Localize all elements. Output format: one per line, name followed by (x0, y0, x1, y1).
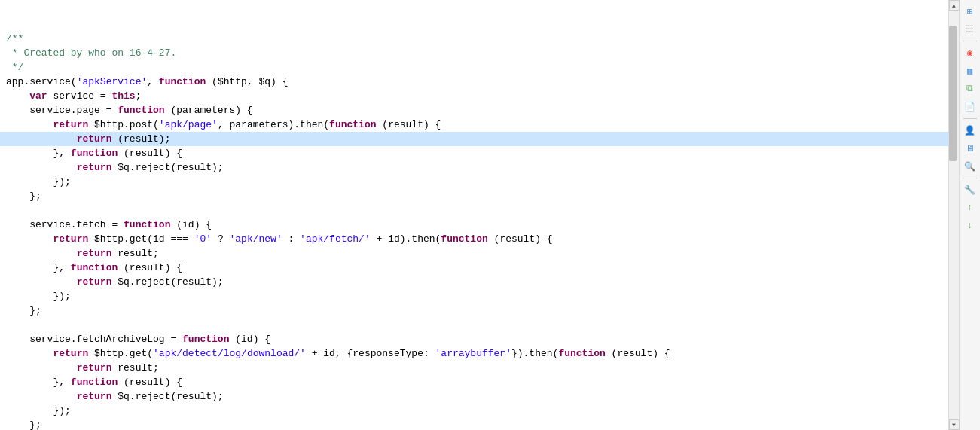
arrow-up-icon[interactable]: ↑ (962, 200, 978, 216)
code-line: * Created by who on 16-4-27. (0, 46, 948, 60)
code-line: return $q.reject(result); (0, 389, 948, 404)
token-plain: }); (6, 176, 71, 188)
token-str: 'apkService' (77, 76, 148, 87)
token-kw: function (71, 377, 118, 388)
token-kw: function (329, 119, 376, 130)
token-str: 'apk/page' (159, 119, 218, 130)
search-icon[interactable]: 🔍 (962, 158, 978, 175)
line-content: service.fetch = function (id) { (6, 218, 942, 232)
code-line: }); (0, 175, 948, 189)
person-icon[interactable]: 👤 (962, 122, 978, 139)
line-content: }, function (result) { (6, 261, 942, 275)
line-content: service.fetchArchiveLog = function (id) … (6, 332, 942, 346)
token-plain (6, 90, 29, 102)
token-plain: (result) { (118, 262, 182, 273)
layers-icon[interactable]: ⧉ (962, 81, 978, 97)
token-plain: (result) { (488, 233, 553, 245)
line-content: }); (6, 289, 942, 303)
token-plain (6, 362, 77, 374)
token-plain: $http.post( (88, 119, 159, 130)
code-scroll-area[interactable]: /** * Created by who on 16-4-27. */app.s… (0, 0, 948, 430)
code-line: }; (0, 189, 948, 203)
scrollbar-thumb[interactable] (949, 26, 957, 161)
token-cm: * Created by who on 16-4-27. (6, 47, 176, 59)
code-line: service.page = function (parameters) { (0, 103, 948, 117)
code-line: app.service('apkService', function ($htt… (0, 75, 948, 89)
token-str: 'arraybuffer' (435, 348, 511, 359)
line-content: }; (6, 303, 942, 318)
token-plain: app.service( (6, 76, 77, 87)
token-plain: $http.get( (88, 348, 153, 359)
arrow-down-icon[interactable]: ↓ (962, 218, 978, 234)
token-plain: : (282, 233, 300, 245)
scrollbar-track[interactable] (949, 11, 959, 419)
token-kw: return (77, 133, 112, 145)
token-plain (6, 248, 77, 259)
line-content: }); (6, 175, 942, 189)
line-content: }; (6, 418, 942, 430)
code-editor: /** * Created by who on 16-4-27. */app.s… (0, 0, 948, 430)
line-content: }; (6, 189, 942, 203)
token-kw: function (124, 219, 170, 230)
token-plain (6, 348, 53, 359)
token-kw: return (53, 348, 88, 359)
token-kw: this (111, 90, 135, 102)
token-plain: (result) { (118, 148, 182, 159)
token-plain: service.fetch = (6, 219, 124, 230)
token-plain: result; (111, 362, 158, 374)
token-plain: }; (6, 191, 41, 202)
token-kw: return (77, 362, 112, 374)
line-content (6, 203, 942, 218)
token-plain: + id, {responseType: (306, 348, 435, 359)
code-line: return (result); (0, 132, 948, 146)
line-content: }, function (result) { (6, 146, 942, 160)
token-plain (6, 133, 77, 145)
token-plain: service.page = (6, 105, 118, 116)
line-content: return result; (6, 246, 942, 261)
token-kw: return (77, 248, 112, 259)
code-line: }, function (result) { (0, 146, 948, 160)
code-line: service.fetchArchiveLog = function (id) … (0, 332, 948, 346)
token-plain: service = (47, 90, 112, 102)
code-line (0, 203, 948, 218)
token-plain: }, (6, 377, 71, 388)
code-line (0, 318, 948, 332)
token-plain: (id) { (229, 334, 270, 345)
code-line: }); (0, 404, 948, 418)
token-plain: , (147, 76, 159, 87)
vertical-scrollbar[interactable]: ▲ ▼ (948, 0, 959, 430)
toolbar-separator (963, 178, 977, 178)
line-content: return result; (6, 361, 942, 375)
token-kw: function (441, 233, 487, 245)
token-plain: service.fetchArchiveLog = (6, 334, 182, 345)
token-plain: }); (6, 405, 71, 416)
token-kw: var (29, 90, 47, 102)
code-line: return $http.get(id === '0' ? 'apk/new' … (0, 232, 948, 246)
line-content: */ (6, 60, 942, 75)
line-content: * Created by who on 16-4-27. (6, 46, 942, 60)
tool-icon[interactable]: 🔧 (962, 181, 978, 198)
line-content: return $q.reject(result); (6, 389, 942, 404)
chart-icon[interactable]: ▦ (962, 63, 978, 79)
monitor-icon[interactable]: 🖥 (962, 140, 978, 157)
token-kw: return (77, 391, 112, 402)
token-plain: $http.get(id === (88, 233, 194, 245)
token-plain: (parameters) { (165, 105, 253, 116)
token-cm: */ (6, 62, 23, 73)
token-kw: function (71, 262, 118, 273)
scroll-up-arrow[interactable]: ▲ (949, 0, 960, 11)
grid-icon[interactable]: ⊞ (962, 3, 978, 20)
location-icon[interactable]: ◉ (962, 44, 978, 61)
line-content: return (result); (6, 132, 942, 146)
code-line: }, function (result) { (0, 375, 948, 389)
toolbar-separator (963, 41, 977, 41)
token-plain: $q.reject(result); (111, 162, 223, 173)
line-content: var service = this; (6, 89, 942, 103)
document-icon[interactable]: 📄 (962, 99, 978, 115)
token-plain (6, 233, 53, 245)
token-plain: ($http, $q) { (206, 76, 288, 87)
list-icon[interactable]: ☰ (962, 21, 978, 38)
token-plain: result; (111, 248, 158, 259)
code-line: return $q.reject(result); (0, 160, 948, 175)
scroll-down-arrow[interactable]: ▼ (949, 419, 960, 430)
